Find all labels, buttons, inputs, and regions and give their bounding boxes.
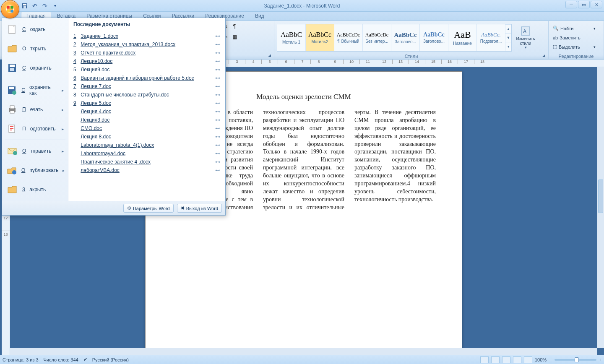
- recent-doc[interactable]: CMO.doc⊷: [71, 124, 223, 133]
- pin-icon[interactable]: ⊷: [215, 50, 220, 56]
- submenu-arrow-icon: ▸: [62, 107, 64, 112]
- styles-launcher[interactable]: ◢: [541, 53, 547, 59]
- style-item-0[interactable]: AaBbCМстиль 1: [277, 24, 306, 51]
- show-marks-icon[interactable]: ¶: [230, 22, 239, 31]
- pin-icon[interactable]: ⊷: [215, 109, 220, 114]
- pin-icon[interactable]: ⊷: [215, 117, 220, 123]
- send-icon: [6, 145, 18, 157]
- svg-rect-4: [7, 6, 9, 8]
- view-print-layout[interactable]: [480, 356, 489, 363]
- pin-icon[interactable]: ⊷: [215, 42, 220, 47]
- borders-icon[interactable]: ▦: [230, 32, 239, 42]
- office-menu-item-save[interactable]: Сохранить: [2, 58, 68, 78]
- recent-doc[interactable]: Laboratornaya_rabota_4(1).docx⊷: [71, 141, 223, 149]
- scrollbar-thumb[interactable]: [598, 179, 603, 213]
- zoom-in[interactable]: +: [599, 357, 601, 362]
- recent-doc[interactable]: 9 Лекция 5.doc⊷: [71, 99, 223, 107]
- tab-view[interactable]: Вид: [250, 12, 269, 21]
- select-button[interactable]: ⬚Выделить▾: [551, 42, 597, 52]
- find-button[interactable]: 🔍Найти▾: [551, 24, 597, 33]
- style-item-3[interactable]: AaBbCcDcБез интер...: [363, 24, 391, 51]
- office-menu-item-open[interactable]: Открыть: [2, 39, 68, 58]
- office-menu-left: СоздатьОткрытьСохранитьСохранить как▸Печ…: [2, 18, 68, 201]
- view-web[interactable]: [502, 356, 510, 363]
- window-title: Задание_1.docx - Microsoft Word: [0, 3, 604, 9]
- maximize-button[interactable]: ▭: [578, 1, 590, 8]
- style-item-5[interactable]: AaBbCcЗаголово...: [420, 24, 448, 51]
- group-editing: 🔍Найти▾ abЗаменить ⬚Выделить▾ Редактиров…: [549, 21, 604, 59]
- pin-icon[interactable]: ⊷: [215, 75, 220, 81]
- recent-doc[interactable]: 5 Лекция9.doc⊷: [71, 65, 223, 74]
- status-words[interactable]: Число слов: 344: [44, 357, 78, 362]
- styles-gallery[interactable]: AaBbCМстиль 1 AaBbCcМстиль2 AaBbCcDc¶ Об…: [277, 24, 512, 52]
- saveas-icon: [6, 84, 17, 96]
- publish-icon: [6, 164, 17, 176]
- pin-icon[interactable]: ⊷: [215, 92, 220, 98]
- status-proofing-icon[interactable]: ✔: [83, 357, 87, 362]
- change-styles-button[interactable]: A Изменить стили ▾: [513, 24, 538, 52]
- office-menu-item-send[interactable]: Отправить▸: [2, 141, 68, 161]
- pin-icon[interactable]: ⊷: [215, 33, 220, 39]
- pin-icon[interactable]: ⊷: [215, 125, 220, 131]
- svg-point-25: [13, 151, 17, 155]
- recent-doc[interactable]: Практическое занятие 4 .docx⊷: [71, 158, 223, 166]
- style-item-7[interactable]: AaBbCc.Подзагол...: [477, 24, 505, 51]
- exit-word-button[interactable]: ✖Выход из Word: [177, 204, 222, 213]
- replace-button[interactable]: abЗаменить: [551, 33, 597, 42]
- scrollbar-vertical[interactable]: [597, 67, 604, 348]
- recent-doc[interactable]: 1 Задание_1.docx⊷: [71, 32, 223, 40]
- pin-icon[interactable]: ⊷: [215, 134, 220, 140]
- office-menu-item-prepare[interactable]: Подготовить▸: [2, 119, 68, 138]
- pin-icon[interactable]: ⊷: [215, 151, 220, 156]
- office-menu-item-print[interactable]: Печать▸: [2, 100, 68, 119]
- qat-customize[interactable]: ▾: [50, 1, 60, 10]
- minimize-button[interactable]: ─: [565, 1, 577, 8]
- recent-doc[interactable]: 8 Стандартные числовые атрибуты.doc⊷: [71, 91, 223, 99]
- word-options-button[interactable]: ⚙Параметры Word: [123, 204, 174, 213]
- style-item-1[interactable]: AaBbCcМстиль2: [306, 24, 334, 51]
- pin-icon[interactable]: ⊷: [215, 100, 220, 106]
- status-page[interactable]: Страница: 3 из 3: [3, 357, 39, 362]
- pin-icon[interactable]: ⊷: [215, 67, 220, 73]
- view-outline[interactable]: [513, 356, 521, 363]
- zoom-slider[interactable]: [555, 359, 596, 361]
- recent-doc[interactable]: 2 Метод_указания_уч практика_2013.docx⊷: [71, 40, 223, 49]
- recent-doc[interactable]: лаборатVBA.doc⊷: [71, 166, 223, 174]
- office-menu-item-publish[interactable]: Опубликовать▸: [2, 161, 68, 180]
- scrollbar-horizontal[interactable]: [10, 348, 597, 355]
- qat-undo[interactable]: ↶: [30, 1, 39, 10]
- style-item-4[interactable]: AaBbCcЗаголово...: [391, 24, 420, 51]
- recent-doc[interactable]: 7 Лекция 7.doc⊷: [71, 82, 223, 91]
- status-language[interactable]: Русский (Россия): [92, 357, 129, 362]
- zoom-value[interactable]: 100%: [535, 357, 547, 362]
- close-button[interactable]: ✕: [591, 1, 602, 8]
- pin-icon[interactable]: ⊷: [215, 167, 220, 173]
- recent-doc[interactable]: 4 Лекция10.doc⊷: [71, 57, 223, 65]
- style-item-6[interactable]: AaBНазвание: [448, 24, 477, 51]
- group-editing-title: Редактирование: [559, 54, 594, 59]
- pin-icon[interactable]: ⊷: [215, 142, 220, 148]
- office-menu-item-saveas[interactable]: Сохранить как▸: [2, 81, 68, 100]
- office-button[interactable]: [1, 0, 19, 18]
- zoom-knob[interactable]: [575, 357, 579, 362]
- recent-doc[interactable]: Лекция3.doc⊷: [71, 116, 223, 124]
- pin-icon[interactable]: ⊷: [215, 83, 220, 89]
- recent-doc[interactable]: Лекция 4.doc⊷: [71, 107, 223, 116]
- view-draft[interactable]: [524, 356, 532, 363]
- view-full-screen[interactable]: [491, 356, 500, 363]
- pin-icon[interactable]: ⊷: [215, 159, 220, 165]
- gallery-scroll[interactable]: ▲▼▾: [505, 24, 511, 51]
- recent-doc[interactable]: 6 Варианты заданий к лабораторной работе…: [71, 74, 223, 82]
- office-menu-item-close[interactable]: Закрыть: [2, 180, 68, 199]
- recent-doc[interactable]: Laboratornaya4.doc⊷: [71, 149, 223, 158]
- pin-icon[interactable]: ⊷: [215, 58, 220, 64]
- style-item-2[interactable]: AaBbCcDc¶ Обычный: [334, 24, 363, 51]
- qat-save[interactable]: [20, 1, 29, 10]
- qat-redo[interactable]: ↷: [40, 1, 49, 10]
- office-menu-item-new[interactable]: Создать: [2, 20, 68, 39]
- paragraph-launcher[interactable]: ◢: [266, 53, 272, 59]
- recent-doc[interactable]: Лекция 8.doc⊷: [71, 133, 223, 141]
- recent-doc[interactable]: 3 Отчет по практике.docx⊷: [71, 49, 223, 57]
- submenu-arrow-icon: ▸: [62, 88, 64, 93]
- zoom-out[interactable]: −: [549, 357, 552, 362]
